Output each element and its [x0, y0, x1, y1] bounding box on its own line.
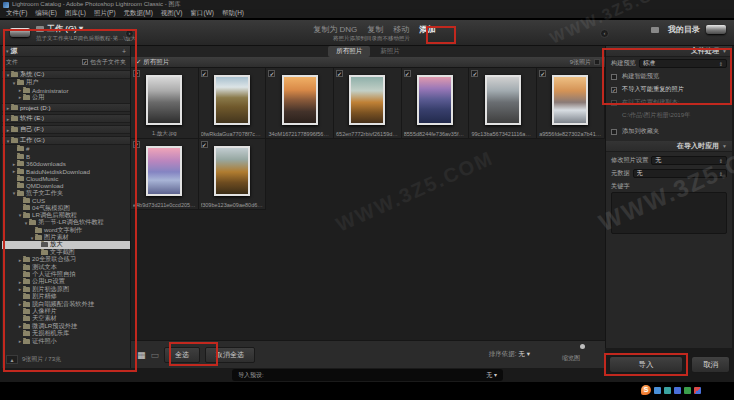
add-source-button[interactable]: + [122, 48, 126, 55]
ime-toolbar[interactable]: S [641, 385, 701, 395]
grid-view-icon[interactable]: ▦ [137, 350, 146, 360]
folder-tree-item[interactable]: ▸360downloads [2, 160, 130, 167]
build-previews-dropdown[interactable]: 标准⇕ [639, 59, 727, 68]
folder-tree-item[interactable]: ▸自己 (F:) [2, 125, 130, 134]
ime-mode-icon[interactable] [654, 387, 661, 394]
menu-item[interactable]: 图库(L) [65, 9, 86, 18]
photo-checkbox[interactable]: ✓ [268, 70, 275, 77]
develop-settings-dropdown[interactable]: 无⇕ [651, 156, 727, 165]
sogou-input-icon[interactable]: S [641, 385, 651, 395]
folder-tree-item[interactable]: ▾用户 [2, 79, 130, 86]
cancel-button[interactable]: 取消 [691, 356, 730, 373]
folder-tree-item[interactable]: ▾第一节-LR调色软件教程 [2, 219, 130, 226]
photo-thumbnail[interactable] [552, 75, 588, 125]
photo-checkbox[interactable]: ✓ [539, 70, 546, 77]
tab-所有照片[interactable]: 所有照片 [328, 46, 370, 57]
tab-新照片[interactable]: 新照片 [372, 46, 408, 57]
include-subfolders-checkbox[interactable]: ✓ [82, 59, 88, 65]
select-all-button[interactable]: 全选 [164, 347, 200, 363]
loupe-view-icon[interactable]: ▭ [151, 350, 160, 360]
photo-cell[interactable]: ✓0fwRkdaGua77078f7c5f69a1bf5d [199, 68, 267, 139]
no-duplicates-checkbox[interactable]: ✓ [611, 87, 617, 93]
collapse-panel-button[interactable]: ▲ [6, 355, 18, 364]
menu-item[interactable]: 照片(P) [94, 9, 116, 18]
photo-checkbox[interactable]: ✓ [471, 70, 478, 77]
apply-during-import-header[interactable]: 在导入时应用 ▼ [606, 141, 732, 152]
folder-tree-item[interactable]: 天空素材 [2, 315, 130, 322]
smart-previews-checkbox[interactable] [611, 74, 617, 80]
folder-tree-item[interactable]: ▸软件 (E:) [2, 114, 130, 123]
folder-tree-item[interactable]: ▾图片素材 [2, 234, 130, 241]
photo-checkbox[interactable]: ✓ [201, 141, 208, 148]
photo-thumbnail[interactable] [282, 75, 318, 125]
photo-thumbnail[interactable] [146, 146, 182, 196]
folder-tree-item[interactable]: ▸证件照小 [2, 337, 130, 344]
right-panel-toggle[interactable]: ‹ [600, 29, 609, 38]
folder-tree-item[interactable]: 文字截图 [2, 249, 130, 256]
folder-tree-item[interactable]: ▸脱白唱频配音装软外挂 [2, 300, 130, 307]
metadata-dropdown[interactable]: 无⇕ [633, 169, 727, 178]
folder-tree-item[interactable]: word文字制作 [2, 226, 130, 233]
folder-tree-item[interactable]: 人像样片 [2, 308, 130, 315]
photo-thumbnail[interactable] [485, 75, 521, 125]
menu-item[interactable]: 文件(F) [6, 9, 27, 18]
folder-tree-item[interactable]: QMDownload [2, 182, 130, 189]
all-photos-check[interactable]: ✓ 所有照片 [136, 58, 570, 67]
photo-cell[interactable]: ✓f309be123ae09ae80d675a3c5e48 [199, 139, 267, 210]
keywords-input[interactable] [611, 192, 727, 234]
photo-cell[interactable]: ✓e4b9d73d211e0ccd205a6c9d14d94 [131, 139, 199, 210]
ime-punct-icon[interactable] [664, 387, 671, 394]
photo-thumbnail[interactable] [214, 75, 250, 125]
folder-tree-item[interactable]: 测试文本 [2, 263, 130, 270]
menu-item[interactable]: 帮助(H) [222, 9, 244, 18]
folder-tree-item[interactable]: # [2, 145, 130, 152]
photo-checkbox[interactable]: ✓ [201, 70, 208, 77]
photo-checkbox[interactable]: ✓ [133, 70, 140, 77]
photo-cell[interactable]: ✓1.放大.jpg [131, 68, 199, 139]
folder-tree-item[interactable]: CloudMusic [2, 175, 130, 182]
photo-thumbnail[interactable] [417, 75, 453, 125]
deselect-all-button[interactable]: 取消全选 [205, 347, 255, 363]
folder-tree-item[interactable]: ▸20全景联合练习 [2, 256, 130, 263]
photo-thumbnail[interactable] [349, 75, 385, 125]
source-device[interactable]: 工作 (G) ▾ 范子文工作夹\LR调色后期教程-第…\放大 [10, 23, 136, 42]
import-preset-dropdown[interactable]: 无 ▾ [486, 371, 497, 380]
folder-tree-item[interactable]: ▸公用 [2, 94, 130, 101]
folder-tree-item[interactable]: CUS [2, 197, 130, 204]
photo-cell[interactable]: ✓652en7772rbivf26159d13779e [334, 68, 402, 139]
folder-tree-item[interactable]: ▸微调LR预设外挂 [2, 323, 130, 330]
photo-checkbox[interactable]: ✓ [336, 70, 343, 77]
folder-tree-item[interactable]: ▾工作 (G:) [2, 136, 130, 145]
file-handling-header[interactable]: 文件处理 ▼ [606, 46, 732, 57]
photo-checkbox[interactable]: ✓ [133, 141, 140, 148]
sort-control[interactable]: 排序依据: 无 ▾ [489, 350, 530, 359]
photo-cell[interactable]: ✓8555d8244fe736av35faf3bc0e [402, 68, 470, 139]
menu-item[interactable]: 视图(V) [161, 9, 183, 18]
slider-knob[interactable] [580, 344, 585, 349]
import-mode-3[interactable]: 移动 [393, 24, 409, 35]
photo-thumbnail[interactable] [214, 146, 250, 196]
folder-tree-item[interactable]: 无损相机乐库 [2, 330, 130, 337]
folder-tree-item[interactable]: ▸公用LR设置 [2, 278, 130, 285]
source-section-header[interactable]: ▾ 源 + [2, 46, 130, 57]
folder-tree-item[interactable]: 放大 [2, 241, 130, 248]
photo-thumbnail[interactable] [146, 75, 182, 125]
folder-tree-item[interactable]: 个人证件照自拍 [2, 271, 130, 278]
folder-tree-item[interactable]: ▸剧片初选原图 [2, 286, 130, 293]
photo-checkbox[interactable]: ✓ [404, 70, 411, 77]
second-copy-checkbox[interactable] [611, 100, 617, 106]
photo-cell[interactable]: ✓99c13ba5673421116aGerf31571 [469, 68, 537, 139]
folder-tree-item[interactable]: ▾系统 (C:) [2, 70, 130, 79]
left-panel-toggle[interactable]: › [125, 29, 134, 38]
menu-item[interactable]: 窗口(W) [191, 9, 214, 18]
menu-item[interactable]: 编辑(E) [35, 9, 57, 18]
ime-emoji-icon[interactable] [684, 387, 691, 394]
folder-tree-item[interactable]: ▾范子文工作夹 [2, 190, 130, 197]
photo-cell[interactable]: ✓a9556fde827302a7b412Aec48 [537, 68, 605, 139]
import-mode-1[interactable]: 复制为 DNG [313, 24, 357, 35]
add-to-collection-checkbox[interactable] [611, 129, 617, 135]
folder-tree-item[interactable]: ▸project (D:) [2, 103, 130, 112]
folder-tree-item[interactable]: 剧片精修 [2, 293, 130, 300]
menu-item[interactable]: 元数据(M) [124, 9, 153, 18]
folder-tree-item[interactable]: B [2, 153, 130, 160]
